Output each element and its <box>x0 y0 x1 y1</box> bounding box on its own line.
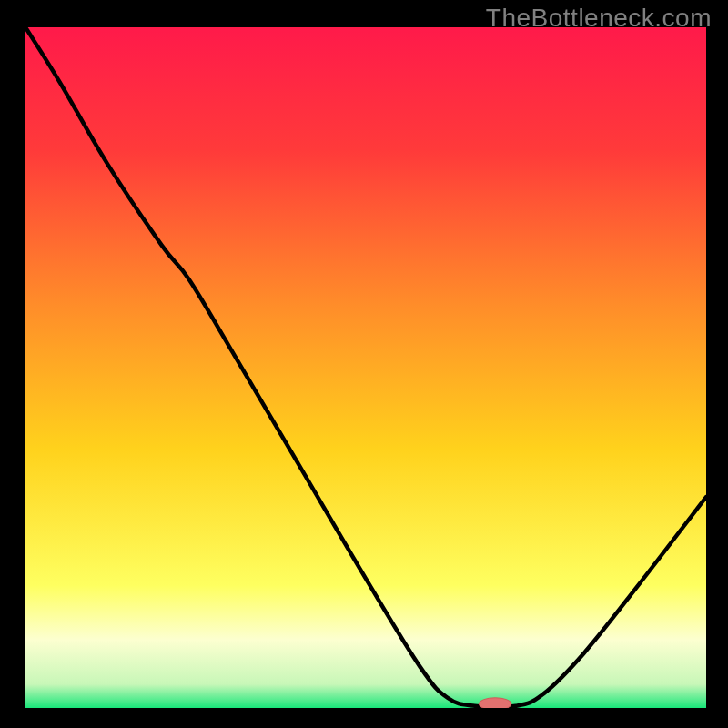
chart-container: TheBottleneck.com <box>0 0 728 728</box>
watermark-text: TheBottleneck.com <box>486 4 712 33</box>
bottleneck-chart <box>0 0 728 728</box>
plot-background <box>25 27 706 708</box>
